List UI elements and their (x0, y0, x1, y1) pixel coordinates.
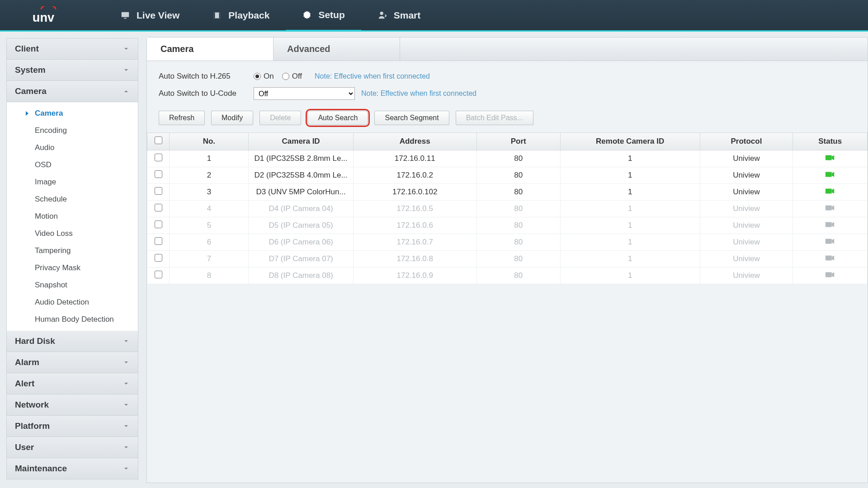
sidebar-item-privacymask[interactable]: Privacy Mask (7, 259, 138, 277)
cell-protocol: Uniview (700, 234, 793, 251)
nav-label: Playback (228, 10, 269, 21)
sidebar-item-encoding[interactable]: Encoding (7, 122, 138, 139)
sidebar-item-osd[interactable]: OSD (7, 156, 138, 174)
row-checkbox[interactable] (155, 221, 162, 228)
table-row[interactable]: 1D1 (IPC325SB 2.8mm Le...172.16.0.11801U… (147, 150, 868, 167)
cell-no: 3 (170, 184, 249, 201)
cell-camera-id: D2 (IPC325SB 4.0mm Le... (249, 167, 354, 184)
table-row[interactable]: 6D6 (IP Camera 06)172.16.0.7801Uniview (147, 234, 868, 251)
sidebar-section-user[interactable]: User (7, 437, 138, 458)
section-label: Alert (15, 379, 34, 389)
col-header-protocol: Protocol (700, 133, 793, 150)
cell-remote-camera-id: 1 (560, 167, 700, 184)
col-header-checkbox (147, 133, 170, 150)
section-label: Client (15, 44, 39, 54)
cell-camera-id: D6 (IP Camera 06) (249, 234, 354, 251)
row-checkbox[interactable] (155, 204, 162, 211)
ucode-select[interactable]: Off (254, 87, 355, 100)
tab-label: Advanced (287, 44, 330, 54)
submenu-camera: CameraEncodingAudioOSDImageScheduleMotio… (7, 102, 138, 331)
cell-no: 8 (170, 267, 249, 284)
cell-status (793, 184, 868, 201)
row-checkbox[interactable] (155, 170, 162, 178)
sidebar-section-platform[interactable]: Platform (7, 416, 138, 437)
topbar: unv Live View Playback Setup Smart (0, 0, 868, 32)
setting-h265: Auto Switch to H.265 On Off Note: Effect… (147, 72, 868, 81)
tab-advanced[interactable]: Advanced (274, 38, 400, 61)
sidebar-item-schedule[interactable]: Schedule (7, 191, 138, 208)
table-row[interactable]: 4D4 (IP Camera 04)172.16.0.5801Uniview (147, 201, 868, 217)
cell-remote-camera-id: 1 (560, 184, 700, 201)
sidebar-section-camera[interactable]: Camera (7, 81, 138, 102)
sidebar-section-maintenance[interactable]: Maintenance (7, 458, 138, 479)
cell-port: 80 (476, 251, 560, 267)
sidebar-section-alert[interactable]: Alert (7, 373, 138, 394)
chevron-down-icon (123, 380, 130, 387)
section-label: System (15, 65, 46, 75)
search-segment-button[interactable]: Search Segment (374, 111, 449, 125)
sidebar-section-network[interactable]: Network (7, 394, 138, 416)
nav-playback[interactable]: Playback (196, 0, 286, 30)
row-checkbox[interactable] (155, 154, 162, 161)
person-icon (377, 10, 387, 20)
row-checkbox[interactable] (155, 187, 162, 195)
nav-label: Smart (394, 10, 421, 21)
modify-button[interactable]: Modify (211, 111, 253, 125)
svg-rect-11 (826, 205, 832, 210)
sidebar-section-harddisk[interactable]: Hard Disk (7, 331, 138, 352)
tab-label: Camera (160, 44, 193, 54)
sidebar-item-image[interactable]: Image (7, 174, 138, 191)
row-checkbox[interactable] (155, 237, 162, 245)
section-label: User (15, 442, 34, 452)
table-row[interactable]: 5D5 (IP Camera 05)172.16.0.6801Uniview (147, 217, 868, 234)
radio-label: Off (292, 72, 302, 81)
sidebar-item-audio[interactable]: Audio (7, 139, 138, 156)
h265-radio-on[interactable]: On (254, 72, 274, 81)
nav-label: Live View (137, 10, 179, 21)
nav-setup[interactable]: Setup (286, 0, 361, 32)
table-row[interactable]: 2D2 (IPC325SB 4.0mm Le...172.16.0.2801Un… (147, 167, 868, 184)
setting-note: Note: Effective when first connected (361, 89, 476, 98)
sidebar-item-snapshot[interactable]: Snapshot (7, 277, 138, 294)
section-label: Network (15, 400, 49, 410)
sidebar-section-client[interactable]: Client (7, 38, 138, 60)
film-icon (212, 10, 222, 20)
cell-address: 172.16.0.8 (353, 251, 476, 267)
sidebar-section-system[interactable]: System (7, 60, 138, 81)
cell-address: 172.16.0.102 (353, 184, 476, 201)
table-row[interactable]: 8D8 (IP Camera 08)172.16.0.9801Uniview (147, 267, 868, 284)
row-checkbox[interactable] (155, 271, 162, 278)
cell-camera-id: D4 (IP Camera 04) (249, 201, 354, 217)
batch-edit-password-button[interactable]: Batch Edit Pass... (456, 111, 533, 125)
nav-smart[interactable]: Smart (361, 0, 437, 30)
sidebar-item-humanbody[interactable]: Human Body Detection (7, 311, 138, 328)
checkbox-select-all[interactable] (155, 136, 162, 144)
auto-search-button[interactable]: Auto Search (307, 111, 368, 125)
sidebar-section-alarm[interactable]: Alarm (7, 352, 138, 373)
cell-port: 80 (476, 267, 560, 284)
cell-protocol: Uniview (700, 267, 793, 284)
cell-address: 172.16.0.11 (353, 150, 476, 167)
h265-radio-off[interactable]: Off (282, 72, 302, 81)
sidebar-item-camera[interactable]: Camera (7, 105, 138, 122)
cell-protocol: Uniview (700, 167, 793, 184)
sidebar-item-audiodetection[interactable]: Audio Detection (7, 294, 138, 311)
svg-text:unv: unv (33, 10, 54, 24)
sidebar-item-videoloss[interactable]: Video Loss (7, 225, 138, 242)
cell-status (793, 217, 868, 234)
nav-live-view[interactable]: Live View (104, 0, 196, 30)
row-checkbox[interactable] (155, 254, 162, 262)
col-header-no: No. (170, 133, 249, 150)
cell-remote-camera-id: 1 (560, 267, 700, 284)
table-row[interactable]: 7D7 (IP Camera 07)172.16.0.8801Uniview (147, 251, 868, 267)
tab-camera[interactable]: Camera (147, 38, 274, 61)
refresh-button[interactable]: Refresh (159, 111, 205, 125)
setting-ucode: Auto Switch to U-Code Off Note: Effectiv… (147, 87, 868, 100)
cell-remote-camera-id: 1 (560, 251, 700, 267)
delete-button[interactable]: Delete (259, 111, 301, 125)
sidebar-item-motion[interactable]: Motion (7, 208, 138, 225)
table-row[interactable]: 3D3 (UNV 5MP ColorHun...172.16.0.102801U… (147, 184, 868, 201)
cell-camera-id: D5 (IP Camera 05) (249, 217, 354, 234)
sidebar-item-tampering[interactable]: Tampering (7, 242, 138, 259)
cell-status (793, 251, 868, 267)
